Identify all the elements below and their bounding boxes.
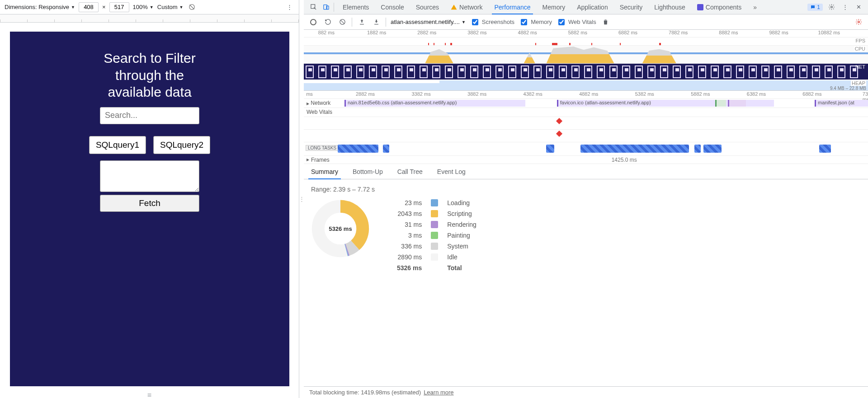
tab-network[interactable]: Network — [445, 0, 488, 14]
filmstrip-frame[interactable] — [470, 66, 478, 78]
screenshots-checkbox-input[interactable] — [472, 19, 478, 25]
dimensions-select[interactable]: Dimensions: Responsive ▼ — [5, 4, 75, 10]
memory-checkbox-input[interactable] — [521, 19, 527, 25]
sqlquery2-button[interactable]: SQLquery2 — [153, 136, 210, 154]
inspect-icon[interactable] — [308, 2, 318, 12]
filmstrip-frame[interactable] — [495, 66, 504, 78]
tab-performance[interactable]: Performance — [488, 0, 536, 14]
recording-select[interactable]: atlan-assessment.netlify.... ▼ — [391, 19, 466, 25]
long-task-bar[interactable] — [546, 145, 554, 153]
reload-icon[interactable] — [323, 17, 333, 27]
overview-panel[interactable]: 882 ms1882 ms2882 ms3882 ms4882 ms5882 m… — [304, 30, 868, 91]
upload-icon[interactable] — [357, 17, 367, 27]
device-toggle-icon[interactable] — [321, 2, 331, 12]
tab-components[interactable]: Components — [691, 0, 747, 14]
throttle-select[interactable]: Custom ▼ — [157, 4, 184, 10]
close-icon[interactable]: ✕ — [854, 2, 863, 12]
filmstrip-frame[interactable] — [394, 66, 402, 78]
filmstrip-frame[interactable] — [635, 66, 643, 78]
long-task-bar[interactable] — [703, 145, 722, 153]
filmstrip-frame[interactable] — [660, 66, 668, 78]
network-bar[interactable]: nain.81ed5e6b.css (atlan-assessment.netl… — [344, 100, 525, 107]
filmstrip-frame[interactable] — [812, 66, 820, 78]
filmstrip-frame[interactable] — [331, 66, 339, 78]
resize-handle[interactable]: ≡ — [0, 393, 299, 398]
tab-lighthouse[interactable]: Lighthouse — [648, 0, 691, 14]
long-task-bar[interactable] — [580, 145, 689, 153]
tab-summary[interactable]: Summary — [304, 164, 345, 179]
pane-splitter[interactable]: ⋮ — [299, 0, 304, 398]
sqlquery1-button[interactable]: SQLquery1 — [89, 136, 146, 154]
filmstrip-frame[interactable] — [622, 66, 630, 78]
long-task-bar[interactable] — [819, 145, 831, 153]
filmstrip-frame[interactable] — [609, 66, 618, 78]
filmstrip-frame[interactable] — [559, 66, 567, 78]
network-bar[interactable]: manifest.json (at — [815, 100, 868, 107]
filmstrip-frame[interactable] — [407, 66, 415, 78]
filmstrip-frame[interactable] — [698, 66, 706, 78]
filmstrip-frame[interactable] — [318, 66, 326, 78]
tracks-panel[interactable]: ms2882 ms3382 ms3882 ms4382 ms4882 ms538… — [304, 91, 868, 164]
filmstrip-frame[interactable] — [673, 66, 681, 78]
tab-application[interactable]: Application — [571, 0, 614, 14]
filmstrip-frame[interactable] — [597, 66, 605, 78]
filmstrip-frame[interactable] — [584, 66, 592, 78]
height-input[interactable] — [109, 2, 129, 12]
tab-event-log[interactable]: Event Log — [430, 164, 473, 179]
filmstrip-frame[interactable] — [369, 66, 377, 78]
filmstrip-frame[interactable] — [533, 66, 542, 78]
trash-icon[interactable] — [601, 17, 611, 27]
tab-sources[interactable]: Sources — [410, 0, 445, 14]
filmstrip-frame[interactable] — [723, 66, 731, 78]
learn-more-link[interactable]: Learn more — [424, 389, 453, 396]
issues-badge[interactable]: 1 — [807, 4, 823, 11]
vital-marker[interactable] — [556, 118, 562, 124]
more-icon[interactable]: ⋮ — [840, 2, 850, 12]
filmstrip-frame[interactable] — [445, 66, 453, 78]
filmstrip-frame[interactable] — [521, 66, 529, 78]
filmstrip-frame[interactable] — [306, 66, 314, 78]
filmstrip-frame[interactable] — [787, 66, 795, 78]
filmstrip-frame[interactable] — [749, 66, 757, 78]
filmstrip-frame[interactable] — [356, 66, 364, 78]
tab-console[interactable]: Console — [375, 0, 410, 14]
gear-icon[interactable] — [826, 2, 836, 12]
rotate-icon[interactable] — [187, 2, 197, 12]
filmstrip-frame[interactable] — [799, 66, 807, 78]
query-textarea[interactable] — [100, 160, 199, 192]
filmstrip-frame[interactable] — [837, 66, 845, 78]
tab-elements[interactable]: Elements — [337, 0, 375, 14]
filmstrip-frame[interactable] — [432, 66, 440, 78]
network-bar[interactable] — [728, 100, 746, 107]
fetch-button[interactable]: Fetch — [100, 195, 199, 212]
filmstrip-frame[interactable] — [761, 66, 769, 78]
tab-security[interactable]: Security — [614, 0, 649, 14]
long-task-bar[interactable] — [338, 145, 378, 153]
filmstrip-frame[interactable] — [458, 66, 466, 78]
tab-call-tree[interactable]: Call Tree — [390, 164, 430, 179]
filmstrip-frame[interactable] — [344, 66, 352, 78]
webvitals-checkbox[interactable]: Web Vitals — [557, 18, 596, 27]
clear-icon[interactable] — [337, 17, 347, 27]
filmstrip-frame[interactable] — [382, 66, 390, 78]
memory-checkbox[interactable]: Memory — [519, 18, 552, 27]
long-task-bar[interactable] — [383, 145, 389, 153]
network-bar[interactable] — [715, 100, 726, 107]
filmstrip-frame[interactable] — [420, 66, 428, 78]
vital-marker[interactable] — [556, 131, 562, 137]
filmstrip-frame[interactable] — [508, 66, 516, 78]
filmstrip-frame[interactable] — [774, 66, 782, 78]
filmstrip-frame[interactable] — [571, 66, 580, 78]
filmstrip-frame[interactable] — [685, 66, 693, 78]
zoom-select[interactable]: 100% ▼ — [133, 4, 154, 10]
filmstrip-frame[interactable] — [825, 66, 833, 78]
download-icon[interactable] — [371, 17, 381, 27]
filmstrip-frame[interactable] — [647, 66, 656, 78]
screenshots-checkbox[interactable]: Screenshots — [470, 18, 514, 27]
search-input[interactable] — [100, 107, 199, 124]
webvitals-checkbox-input[interactable] — [558, 19, 565, 25]
tab-bottom-up[interactable]: Bottom-Up — [345, 164, 390, 179]
gear-icon[interactable] — [854, 17, 863, 27]
filmstrip-frame[interactable] — [483, 66, 491, 78]
filmstrip-frame[interactable] — [711, 66, 719, 78]
